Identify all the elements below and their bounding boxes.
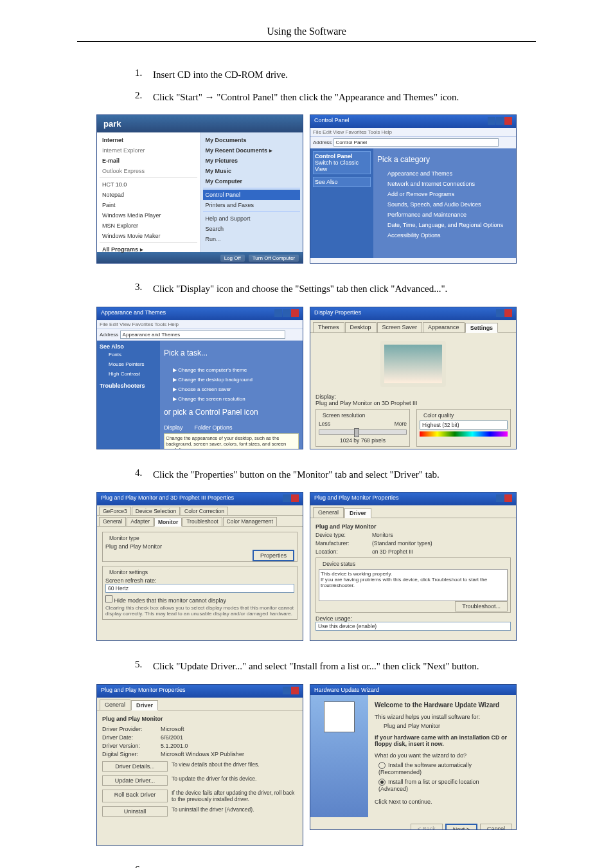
- wizard-question: What do you want the wizard to do?: [375, 752, 510, 759]
- update-driver-button[interactable]: Update Driver...: [102, 775, 168, 786]
- tab-driver[interactable]: Driver: [131, 700, 158, 710]
- resolution-value: 1024 by 768 pixels: [319, 437, 407, 444]
- sm-my-computer[interactable]: My Computer: [203, 176, 301, 186]
- apply-button[interactable]: Apply: [483, 449, 512, 449]
- cat-addremove[interactable]: Add or Remove Programs: [377, 191, 512, 197]
- tab-general[interactable]: General: [99, 517, 126, 526]
- display-icon[interactable]: Display: [164, 424, 183, 431]
- troubleshooters-heading: Troubleshooters: [100, 383, 157, 389]
- ok-button[interactable]: OK: [423, 449, 446, 449]
- sm-item-paint[interactable]: Paint: [100, 200, 197, 210]
- tab-general[interactable]: General: [100, 700, 130, 710]
- cat-accessibility[interactable]: Accessibility Options: [377, 232, 512, 239]
- tab-adapter[interactable]: Adapter: [127, 517, 154, 526]
- tab-troubleshoot[interactable]: Troubleshoot: [182, 517, 222, 526]
- wizard-option-auto[interactable]: Install the software automatically (Reco…: [378, 762, 510, 775]
- tab-screensaver[interactable]: Screen Saver: [377, 322, 423, 332]
- window-title: Control Panel: [314, 117, 350, 126]
- location-label: Location:: [315, 548, 367, 555]
- cancel-button[interactable]: Cancel: [480, 824, 512, 830]
- see-also-box: See Also: [313, 177, 371, 187]
- cat-sounds[interactable]: Sounds, Speech, and Audio Devices: [377, 201, 512, 208]
- color-quality-select[interactable]: Highest (32 bit): [420, 420, 508, 429]
- sm-all-programs[interactable]: All Programs ▸: [100, 244, 197, 255]
- menu-bar[interactable]: File Edit View Favorites Tools Help: [97, 320, 303, 329]
- window-controls[interactable]: [487, 117, 512, 126]
- cat-perf[interactable]: Performance and Maintenance: [377, 212, 512, 218]
- cancel-button[interactable]: Cancel: [449, 449, 481, 449]
- uninstall-button[interactable]: Uninstall: [102, 806, 168, 817]
- task-link[interactable]: ▶ Change the computer's theme: [164, 365, 299, 375]
- side-link[interactable]: Fonts: [100, 350, 157, 359]
- task-link[interactable]: ▶ Change the desktop background: [164, 375, 299, 384]
- sm-item-wmp[interactable]: Windows Media Player: [100, 210, 197, 221]
- tab-monitor[interactable]: Monitor: [154, 518, 182, 527]
- window-controls[interactable]: [495, 309, 512, 318]
- sm-printers[interactable]: Printers and Faxes: [203, 200, 301, 210]
- task-link[interactable]: ▶ Change the screen resolution: [164, 394, 299, 404]
- status-hint: If you are having problems with this dev…: [321, 577, 506, 588]
- signer-label: Digital Signer:: [102, 751, 157, 757]
- sm-my-pictures[interactable]: My Pictures: [203, 156, 301, 166]
- manufacturer-label: Manufacturer:: [315, 540, 367, 547]
- window-controls[interactable]: [282, 494, 299, 503]
- sm-item-msn[interactable]: MSN Explorer: [100, 221, 197, 231]
- folder-options-icon[interactable]: Folder Options: [195, 424, 233, 431]
- sm-item-hct[interactable]: HCT 10.0: [100, 179, 197, 190]
- window-title: Plug and Play Monitor and 3D Prophet III…: [101, 494, 234, 503]
- window-controls[interactable]: [495, 494, 512, 503]
- hide-modes-checkbox[interactable]: [105, 595, 112, 602]
- step-number: 3.: [135, 282, 153, 293]
- troubleshoot-button[interactable]: Troubleshoot...: [455, 601, 508, 611]
- properties-button[interactable]: Properties: [253, 550, 294, 561]
- sm-my-music[interactable]: My Music: [203, 166, 301, 176]
- tab-desktop[interactable]: Desktop: [345, 322, 377, 332]
- sm-item-notepad[interactable]: Notepad: [100, 190, 197, 200]
- tab-color-mgmt[interactable]: Color Management: [223, 517, 277, 526]
- sm-recent-docs[interactable]: My Recent Documents ▸: [203, 145, 301, 156]
- sm-my-documents[interactable]: My Documents: [203, 135, 301, 145]
- sm-item-moviemaker[interactable]: Windows Movie Maker: [100, 231, 197, 241]
- window-controls[interactable]: [274, 309, 299, 318]
- switch-classic-link[interactable]: Switch to Classic View: [315, 159, 369, 172]
- tab-settings[interactable]: Settings: [465, 323, 499, 333]
- tab-device-selection[interactable]: Device Selection: [132, 507, 180, 515]
- cat-appearance[interactable]: Appearance and Themes: [377, 170, 512, 177]
- cat-network[interactable]: Network and Internet Connections: [377, 181, 512, 187]
- shutdown-button[interactable]: Turn Off Computer: [249, 255, 299, 262]
- monitor-type-value: Plug and Play Monitor: [105, 543, 294, 550]
- tab-themes[interactable]: Themes: [313, 322, 344, 332]
- sm-control-panel[interactable]: Control Panel: [203, 190, 301, 200]
- sm-run[interactable]: Run...: [203, 234, 301, 244]
- refresh-select[interactable]: 60 Hertz: [105, 584, 294, 593]
- wizard-device: Plug and Play Monitor: [384, 723, 510, 729]
- sm-search[interactable]: Search: [203, 224, 301, 234]
- sm-item-internet[interactable]: Internet: [100, 135, 197, 145]
- address-field[interactable]: Appearance and Themes: [120, 330, 286, 339]
- driver-details-button[interactable]: Driver Details...: [102, 761, 168, 772]
- device-usage-label: Device usage:: [315, 615, 511, 622]
- rollback-driver-button[interactable]: Roll Back Driver: [102, 790, 168, 802]
- tab-geforce[interactable]: GeForce3: [99, 507, 131, 515]
- next-button[interactable]: Next >: [445, 824, 477, 830]
- address-field[interactable]: Control Panel: [333, 138, 499, 147]
- side-link[interactable]: High Contrast: [100, 369, 157, 379]
- tab-driver[interactable]: Driver: [344, 508, 371, 518]
- sm-item-email[interactable]: E-mail: [100, 156, 197, 166]
- tab-appearance[interactable]: Appearance: [423, 322, 465, 332]
- window-title: Plug and Play Monitor Properties: [101, 687, 186, 696]
- tab-color-correction[interactable]: Color Correction: [181, 507, 228, 515]
- window-controls[interactable]: [282, 687, 299, 696]
- device-usage-select[interactable]: Use this device (enable): [315, 622, 511, 631]
- logoff-button[interactable]: Log Off: [220, 255, 245, 262]
- task-link[interactable]: ▶ Choose a screen saver: [164, 384, 299, 394]
- menu-bar[interactable]: File Edit View Favorites Tools Help: [310, 128, 516, 137]
- back-button[interactable]: < Back: [411, 824, 443, 830]
- window-title: Hardware Update Wizard: [314, 687, 379, 693]
- side-link[interactable]: Mouse Pointers: [100, 359, 157, 369]
- cat-datetime[interactable]: Date, Time, Language, and Regional Optio…: [377, 222, 512, 228]
- resolution-slider[interactable]: [319, 429, 407, 435]
- tab-general[interactable]: General: [313, 507, 344, 518]
- sm-help[interactable]: Help and Support: [203, 213, 301, 224]
- wizard-option-list[interactable]: Install from a list or specific location…: [378, 779, 510, 792]
